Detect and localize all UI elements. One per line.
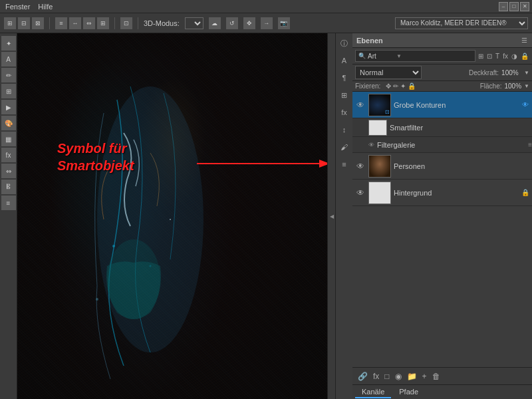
- layers-new-icon[interactable]: +: [422, 372, 427, 381]
- toolbar-icon-7[interactable]: ⊞: [97, 17, 109, 29]
- tool-text[interactable]: A: [1, 52, 16, 66]
- toolbar-icon-4[interactable]: ≡: [55, 17, 67, 29]
- fill-dropdown-icon[interactable]: ▼: [524, 83, 529, 89]
- minimize-button[interactable]: –: [499, 2, 508, 11]
- toolbar-icon-cam[interactable]: 📷: [278, 17, 290, 29]
- toolbar-icon-3[interactable]: ⊠: [32, 17, 44, 29]
- panel-icon-adjust2[interactable]: ↕: [337, 122, 352, 137]
- tool-layers[interactable]: ≡: [1, 196, 16, 210]
- menu-bar: Fenster Hilfe – □ ✕: [0, 0, 532, 13]
- toolbar-group-2: ≡ ↔ ⇔ ⊞: [55, 17, 115, 29]
- layer-thumb-hintergrund: [368, 182, 391, 204]
- layer-item-grobe-konturen[interactable]: 👁 ⊡ Grobe Konturen 👁: [352, 92, 532, 118]
- panel-icon-info[interactable]: ⓘ: [337, 36, 352, 51]
- tool-brush2[interactable]: 𝄡: [1, 180, 16, 194]
- panel-icon-layers2[interactable]: ≡: [337, 157, 352, 172]
- layers-list: 👁 ⊡ Grobe Konturen 👁: [352, 92, 532, 367]
- toolbar-icon-1[interactable]: ⊞: [4, 17, 16, 29]
- effect-icon[interactable]: fx: [502, 52, 509, 61]
- filter-icon[interactable]: ⊞: [477, 52, 484, 61]
- layer-item-smartfilter[interactable]: Smartfilter: [352, 118, 532, 137]
- collapse-handle[interactable]: ◀: [327, 33, 335, 399]
- layers-link-icon[interactable]: 🔗: [358, 372, 368, 381]
- tab-pfade[interactable]: Pfade: [392, 386, 425, 398]
- maximize-button[interactable]: □: [509, 2, 519, 11]
- fix-icon-pos[interactable]: ✦: [400, 82, 406, 90]
- tool-play[interactable]: ▶: [1, 100, 16, 114]
- color-icon[interactable]: ◑: [511, 52, 518, 61]
- filter-options-icon[interactable]: ≡: [528, 141, 532, 148]
- menu-hilfe[interactable]: Hilfe: [38, 3, 53, 11]
- fix-icon-lock[interactable]: 🔒: [408, 82, 416, 90]
- smart-icon[interactable]: ⊡: [486, 52, 493, 61]
- layer-item-personen[interactable]: 👁 Personen: [352, 153, 532, 180]
- layer-visibility-hintergrund[interactable]: 👁: [355, 188, 366, 198]
- fill-label: Fläche:: [480, 82, 502, 90]
- type-icon[interactable]: T: [495, 52, 500, 61]
- toolbar-icon-6[interactable]: ⇔: [83, 17, 95, 29]
- profile-dropdown[interactable]: Marco Kolditz, MEER DER IDEEN®: [395, 17, 528, 29]
- search-input[interactable]: [368, 53, 394, 60]
- tool-table[interactable]: ▦: [1, 132, 16, 146]
- svg-point-4: [96, 298, 98, 301]
- layers-delete-icon[interactable]: 🗑: [432, 372, 440, 381]
- layer-name-smartfilter: Smartfilter: [390, 124, 529, 132]
- panel-icon-fx2[interactable]: fx: [337, 105, 352, 120]
- layer-thumb-grobe-konturen: ⊡: [368, 94, 391, 116]
- toolbar-icon-cloud[interactable]: ☁: [209, 17, 221, 29]
- layer-thumb-person-content: [369, 156, 390, 177]
- search-box: 🔍 ▼: [355, 50, 475, 62]
- layers-bottom-toolbar: 🔗 fx □ ◉ 📁 + 🗑: [352, 367, 532, 384]
- tool-fx[interactable]: fx: [1, 148, 16, 162]
- search-icon: 🔍: [358, 53, 366, 59]
- search-dropdown-icon[interactable]: ▼: [396, 53, 402, 59]
- toolbar-icon-2[interactable]: ⊟: [18, 17, 30, 29]
- layers-panel-header: Ebenen ☰: [352, 33, 532, 48]
- tool-move[interactable]: ✦: [1, 36, 16, 51]
- toolbar-icon-undo[interactable]: ↺: [226, 17, 238, 29]
- main-layout: ✦ A ✏ ⊞ ▶ 🎨 ▦ fx ⇔ 𝄡 ≡: [0, 33, 532, 399]
- layer-visibility-personen[interactable]: 👁: [355, 162, 366, 171]
- layer-options-grobe-konturen[interactable]: 👁: [521, 100, 529, 109]
- layer-name-personen: Personen: [394, 162, 529, 170]
- layers-mask-icon[interactable]: □: [384, 372, 389, 381]
- panel-icon-brush3[interactable]: 🖌: [337, 140, 352, 154]
- panel-search-row: 🔍 ▼ ⊞ ⊡ T fx ◑ 🔒: [352, 48, 532, 65]
- tool-grid[interactable]: ⊞: [1, 84, 16, 98]
- layer-thumb-personen: [368, 155, 391, 178]
- tool-paint[interactable]: 🎨: [1, 116, 16, 130]
- panel-icon-para[interactable]: ¶: [337, 70, 352, 85]
- blend-mode-dropdown[interactable]: Normal: [355, 66, 422, 79]
- layer-item-hintergrund[interactable]: 👁 Hintergrund 🔒: [352, 180, 532, 206]
- layer-thumb-smartfilter: [368, 120, 387, 136]
- tool-brush[interactable]: ✏: [1, 68, 16, 82]
- toolbar-icon-arrow[interactable]: →: [261, 17, 273, 29]
- menu-fenster[interactable]: Fenster: [5, 3, 30, 11]
- opacity-dropdown-icon[interactable]: ▼: [524, 70, 529, 76]
- close-button[interactable]: ✕: [520, 2, 529, 11]
- fix-icon-move[interactable]: ✥: [386, 82, 391, 90]
- panel-icons-strip: ⓘ A ¶ ⊞ fx ↕ 🖌 ≡: [335, 33, 352, 399]
- layers-folder-icon[interactable]: 📁: [407, 372, 417, 381]
- layer-info-grobe-konturen: Grobe Konturen: [394, 101, 519, 109]
- layers-panel-menu[interactable]: ☰: [521, 36, 528, 45]
- fix-icon-brush[interactable]: ✏: [393, 82, 398, 90]
- toolbar-icon-5[interactable]: ↔: [69, 17, 81, 29]
- tool-adjust[interactable]: ⇔: [1, 164, 16, 178]
- filter-eye-icon[interactable]: 👁: [368, 142, 374, 148]
- layers-panel: Ebenen ☰ 🔍 ▼ ⊞ ⊡ T fx ◑ 🔒: [352, 33, 532, 399]
- panel-icon-text[interactable]: A: [337, 53, 352, 68]
- lock-icon[interactable]: 🔒: [520, 52, 529, 61]
- fix-icons: ✥ ✏ ✦ 🔒: [386, 82, 416, 90]
- layer-info-hintergrund: Hintergrund: [394, 189, 519, 197]
- panel-icon-grid[interactable]: ⊞: [337, 88, 352, 102]
- layers-adjust-icon[interactable]: ◉: [395, 372, 402, 381]
- toolbar-mode-dropdown[interactable]: [185, 17, 203, 29]
- toolbar-icon-move[interactable]: ✥: [243, 17, 255, 29]
- layer-visibility-grobe-konturen[interactable]: 👁: [355, 100, 366, 110]
- tab-kanale[interactable]: Kanäle: [355, 386, 391, 398]
- layers-fx-icon[interactable]: fx: [373, 372, 379, 381]
- toolbar-group-1: ⊞ ⊟ ⊠: [4, 17, 50, 29]
- toolbar-icon-8[interactable]: ⊡: [120, 17, 132, 29]
- layer-item-filtergalerie[interactable]: 👁 Filtergalerie ≡: [352, 137, 532, 153]
